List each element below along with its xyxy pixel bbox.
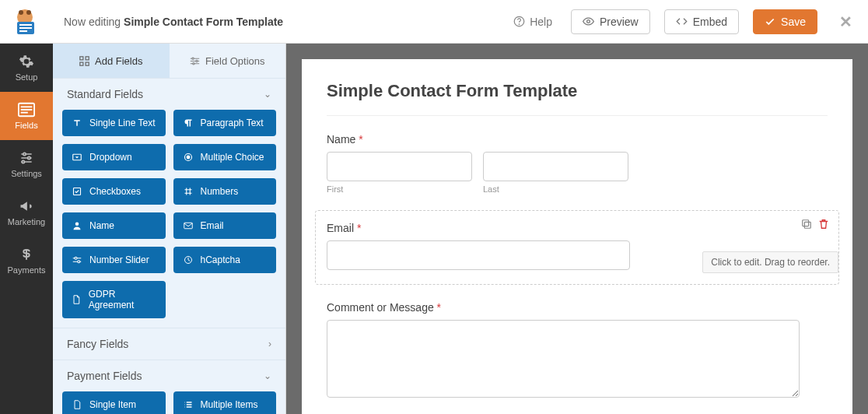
hash-icon: [183, 187, 194, 196]
svg-rect-5: [19, 27, 32, 29]
field-paragraph-text[interactable]: Paragraph Text: [173, 110, 277, 136]
field-multiple-choice[interactable]: Multiple Choice: [173, 144, 277, 170]
save-button[interactable]: Save: [753, 9, 817, 34]
caret-down-icon: [72, 153, 82, 162]
text-icon: [72, 118, 82, 128]
svg-point-30: [75, 257, 77, 259]
field-name[interactable]: Name: [62, 212, 166, 239]
embed-button[interactable]: Embed: [664, 9, 739, 34]
field-gdpr-agreement[interactable]: GDPR Agreement: [62, 281, 166, 318]
nav-setup[interactable]: Setup: [0, 44, 53, 92]
preview-button[interactable]: Preview: [571, 9, 650, 34]
delete-button[interactable]: [818, 219, 829, 230]
field-checkboxes[interactable]: Checkboxes: [62, 178, 166, 205]
tab-field-options[interactable]: Field Options: [170, 44, 286, 78]
svg-rect-6: [19, 30, 27, 32]
radio-icon: [183, 153, 194, 162]
list-icon: [183, 400, 194, 409]
svg-point-16: [22, 160, 24, 163]
file-icon: [72, 400, 82, 409]
first-sublabel: First: [327, 184, 472, 194]
svg-point-28: [75, 223, 79, 226]
sidebar-tabs: Add Fields Field Options: [53, 44, 285, 78]
chevron-right-icon: ›: [268, 339, 271, 349]
svg-rect-20: [86, 62, 89, 65]
field-dropdown[interactable]: Dropdown: [62, 144, 166, 170]
svg-rect-29: [184, 223, 192, 229]
gear-icon: [19, 54, 34, 69]
svg-rect-18: [86, 56, 89, 59]
field-name-block[interactable]: Name * First Last: [327, 133, 828, 194]
svg-point-8: [519, 24, 520, 25]
help-link[interactable]: Help: [509, 16, 557, 28]
svg-point-1: [19, 10, 23, 15]
document-icon: [72, 295, 82, 304]
section-standard-fields[interactable]: Standard Fields ⌄: [53, 78, 285, 110]
form-icon: [18, 102, 35, 118]
svg-point-9: [587, 20, 590, 23]
nav-label: Settings: [11, 169, 42, 178]
svg-rect-13: [21, 112, 28, 114]
field-email-block[interactable]: Email * Click to edit. Drag to reorder.: [316, 211, 838, 284]
dollar-icon: [19, 247, 33, 262]
nav-fields[interactable]: Fields: [0, 92, 53, 140]
field-single-item[interactable]: Single Item: [62, 391, 166, 414]
copy-icon: [801, 219, 812, 230]
svg-point-23: [193, 62, 194, 64]
section-fancy-fields[interactable]: Fancy Fields ›: [53, 328, 285, 360]
field-comment-block[interactable]: Comment or Message *: [327, 301, 828, 400]
svg-point-2: [26, 10, 31, 15]
shield-icon: [183, 255, 194, 265]
email-input[interactable]: [327, 240, 630, 270]
field-email[interactable]: Email: [173, 212, 277, 239]
svg-point-15: [28, 156, 30, 159]
field-single-line-text[interactable]: Single Line Text: [62, 110, 166, 136]
user-icon: [72, 221, 82, 230]
svg-rect-34: [803, 220, 809, 226]
megaphone-icon: [19, 198, 34, 214]
svg-rect-4: [19, 24, 32, 26]
close-icon: ✕: [839, 13, 852, 30]
svg-point-14: [23, 153, 26, 155]
check-icon: [765, 16, 775, 27]
field-tooltip: Click to edit. Drag to reorder.: [702, 251, 838, 273]
section-payment-fields[interactable]: Payment Fields ⌄: [53, 360, 285, 391]
tab-add-fields[interactable]: Add Fields: [53, 44, 170, 78]
left-nav: Setup Fields Settings Marketing Payments: [0, 44, 53, 414]
field-numbers[interactable]: Numbers: [173, 178, 277, 205]
svg-rect-33: [804, 222, 810, 228]
nav-label: Payments: [8, 265, 46, 275]
duplicate-button[interactable]: [801, 219, 812, 230]
nav-settings[interactable]: Settings: [0, 140, 53, 188]
paragraph-icon: [183, 118, 194, 128]
header-bar: Now editing Simple Contact Form Template…: [0, 0, 868, 44]
trash-icon: [818, 219, 829, 230]
svg-point-26: [187, 156, 190, 159]
svg-point-22: [196, 60, 198, 61]
code-icon: [676, 16, 688, 27]
svg-rect-19: [80, 62, 83, 65]
nav-label: Setup: [16, 72, 38, 82]
help-icon: [513, 16, 525, 27]
comment-textarea[interactable]: [327, 320, 800, 398]
nav-label: Fields: [15, 121, 37, 130]
grid-icon: [79, 56, 89, 66]
chevron-down-icon: ⌄: [264, 370, 271, 381]
payment-fields-grid: Single Item Multiple Items: [53, 391, 285, 414]
comment-label: Comment or Message *: [327, 301, 828, 314]
name-label: Name *: [327, 133, 828, 146]
first-name-input[interactable]: [327, 152, 472, 181]
svg-rect-11: [21, 106, 33, 107]
wpforms-logo: [9, 6, 40, 37]
close-button[interactable]: ✕: [839, 12, 852, 31]
field-hcaptcha[interactable]: hCaptcha: [173, 247, 277, 273]
checkbox-icon: [72, 187, 82, 196]
last-name-input[interactable]: [483, 152, 628, 181]
field-number-slider[interactable]: Number Slider: [62, 247, 166, 273]
field-multiple-items[interactable]: Multiple Items: [173, 391, 277, 414]
form-canvas: Simple Contact Form Template Name * Firs…: [302, 59, 852, 414]
sliders-icon: [19, 150, 34, 166]
nav-marketing[interactable]: Marketing: [0, 188, 53, 237]
preview-area: Simple Contact Form Template Name * Firs…: [286, 44, 868, 414]
nav-payments[interactable]: Payments: [0, 237, 53, 285]
